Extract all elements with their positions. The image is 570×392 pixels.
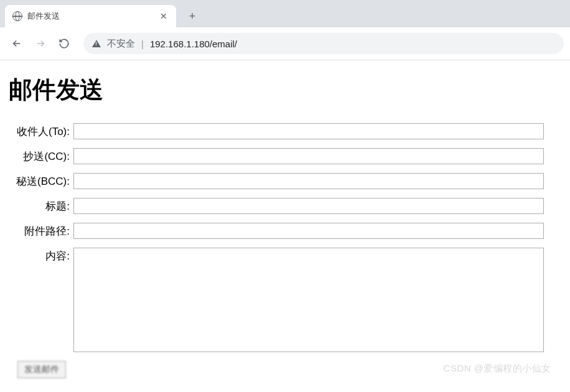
page-title: 邮件发送 xyxy=(9,74,561,106)
label-to: 收件人(To): xyxy=(9,123,73,139)
globe-icon xyxy=(12,11,22,21)
attachment-input[interactable] xyxy=(73,223,544,239)
divider: | xyxy=(141,39,144,49)
submit-button[interactable]: 发送邮件 xyxy=(17,361,66,378)
back-button[interactable] xyxy=(6,33,27,54)
close-icon[interactable]: ✕ xyxy=(159,11,169,21)
browser-chrome: 邮件发送 ✕ + 不安全 | 192.168.1.180/email/ xyxy=(0,0,570,60)
browser-toolbar: 不安全 | 192.168.1.180/email/ xyxy=(0,27,570,60)
label-cc: 抄送(CC): xyxy=(9,148,73,164)
new-tab-button[interactable]: + xyxy=(184,7,201,25)
content-textarea[interactable] xyxy=(73,248,544,352)
label-attachment: 附件路径: xyxy=(9,223,73,238)
page-content: 邮件发送 收件人(To): 抄送(CC): 秘送(BCC): 标题: 附件路径:… xyxy=(0,60,570,392)
subject-input[interactable] xyxy=(73,198,544,214)
cc-input[interactable] xyxy=(73,148,544,164)
label-subject: 标题: xyxy=(9,198,73,213)
bcc-input[interactable] xyxy=(73,173,544,189)
url-text: 192.168.1.180/email/ xyxy=(150,39,237,49)
warning-icon xyxy=(92,40,101,47)
tab-bar: 邮件发送 ✕ + xyxy=(0,0,570,27)
forward-button[interactable] xyxy=(30,33,51,54)
reload-button[interactable] xyxy=(54,33,75,54)
browser-tab[interactable]: 邮件发送 ✕ xyxy=(5,5,176,27)
address-bar[interactable]: 不安全 | 192.168.1.180/email/ xyxy=(83,33,564,54)
security-label: 不安全 xyxy=(107,38,135,50)
to-input[interactable] xyxy=(73,123,544,139)
label-content: 内容: xyxy=(9,248,73,263)
tab-title: 邮件发送 xyxy=(27,11,154,22)
label-bcc: 秘送(BCC): xyxy=(9,173,73,189)
